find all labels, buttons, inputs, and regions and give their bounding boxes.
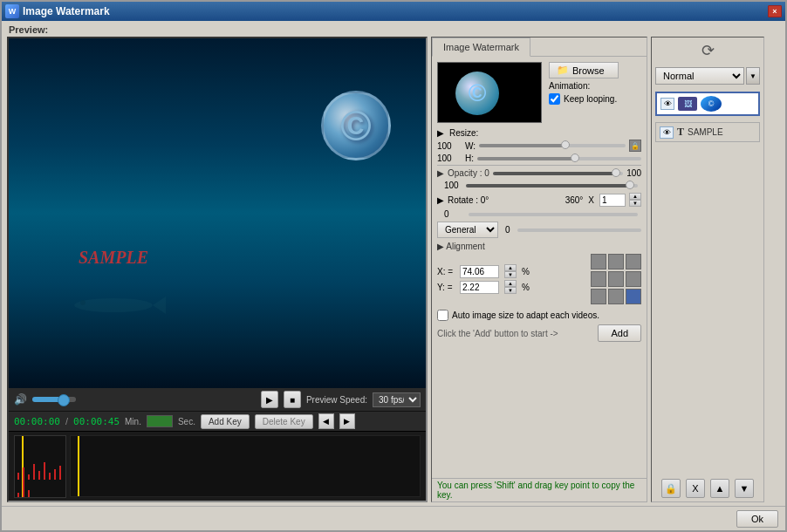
rotate-arrow: ▶ [437,195,444,205]
general-select[interactable]: General [437,222,498,238]
fps-select[interactable]: 30 fps/s 60 fps/s 15 fps/s [373,392,421,407]
wm-controls-right: 📁 Browse Animation: Keep looping. [549,62,641,105]
align-tc[interactable] [608,254,624,269]
total-time: 00:00:45 [73,416,120,427]
opacity-slider[interactable] [493,172,624,175]
add-button[interactable]: Add [598,324,641,342]
rotate-x-label: X [588,195,594,205]
rotate-multiplier-input[interactable] [599,194,626,207]
image-icon: 🖼 [678,97,697,111]
x-down[interactable]: ▼ [504,271,517,278]
rotate-up[interactable]: ▲ [629,193,641,200]
height-slider[interactable] [477,157,641,160]
y-label: Y: = [437,283,455,292]
play-button[interactable]: ▶ [261,391,278,408]
resize-label: Resize: [449,128,478,138]
stop-button[interactable]: ■ [284,391,301,408]
auto-size-checkbox[interactable] [437,310,448,321]
layer-text-label: SAMPLE [688,127,723,137]
timeline-strip [9,431,426,501]
volume-slider[interactable] [32,397,76,402]
align-mc[interactable] [608,271,624,287]
move-down-button[interactable]: ▼ [735,479,754,498]
general-row: General 0 [437,222,641,238]
move-up-button[interactable]: ▲ [710,479,729,498]
window-title: Image Watermark [23,5,768,17]
layer-image[interactable]: 👁 🖼 © [655,92,760,116]
folder-icon: 📁 [557,65,569,76]
animation-row: Animation: [549,81,641,91]
resize-arrow: ▶ [437,128,444,138]
keep-looping-checkbox[interactable] [549,93,560,105]
current-time: 00:00:00 [14,416,60,427]
y-up[interactable]: ▲ [504,280,517,287]
alignment-section: ▶ Alignment X: = ▲ ▼ [437,242,641,304]
add-row: Click the 'Add' button to start -> Add [437,324,641,342]
rotate-max: 360° [565,195,584,205]
general-slider[interactable] [517,228,641,232]
prev-key-button[interactable]: ◀ [318,413,334,429]
align-mr[interactable] [626,271,641,287]
resize-section: ▶ Resize: 100 W: 🔒 100 [437,128,641,163]
sec-label: Sec. [178,417,195,426]
auto-size-label: Auto image size to adapt each videos. [452,310,599,320]
lock-icon[interactable]: 🔒 [629,140,641,152]
align-ml[interactable] [591,271,606,287]
right-panel: ⟳ Normal Multiply Screen ▼ 👁 🖼 [651,37,764,502]
layer-text[interactable]: 👁 T SAMPLE [655,122,760,142]
resize-label-row: ▶ Resize: [437,128,641,138]
rotate-value: 0 [444,209,462,219]
app-icon: W [5,4,19,18]
lock-button[interactable]: 🔒 [661,479,681,498]
x-label: X: = [437,267,455,276]
ok-button[interactable]: Ok [736,510,778,528]
svg-point-2 [80,300,86,305]
rotate-spinners: ▲ ▼ [629,193,641,207]
track-waveform [17,462,64,488]
resize-height-row: 100 H: [437,153,641,163]
delete-layer-button[interactable]: X [686,479,705,498]
preview-panel: © SAMPLE 🔊 ▶ ■ Preview Speed: 30 fps/s 6… [7,37,428,502]
opacity-max: 100 [626,168,641,178]
width-slider[interactable] [479,144,626,147]
min-input[interactable] [147,415,173,427]
eye-toggle-image[interactable]: 👁 [660,98,674,110]
keep-looping-label: Keep looping. [564,94,617,104]
align-tl[interactable] [591,254,606,269]
x-position-row: X: = ▲ ▼ % [437,264,582,278]
x-pct: % [522,267,530,276]
right-top: ⟳ [655,41,760,64]
main-row: © SAMPLE 🔊 ▶ ■ Preview Speed: 30 fps/s 6… [2,37,785,506]
y-input[interactable] [460,281,499,294]
eye-toggle-text[interactable]: 👁 [660,126,674,139]
opacity-value: 100 [444,181,459,190]
mode-select[interactable]: Normal Multiply Screen [655,67,744,85]
status-bar: You can press 'Shift' and drag key point… [432,478,647,501]
right-bottom: 🔒 X ▲ ▼ [655,475,760,498]
rotate-down[interactable]: ▼ [629,200,641,207]
browse-button[interactable]: 📁 Browse [549,62,619,78]
align-bc[interactable] [608,289,624,304]
timeline-track[interactable] [14,435,66,498]
align-br[interactable] [626,289,641,304]
x-input[interactable] [460,265,499,278]
watermark-preview-box: © [437,62,542,123]
tab-image-watermark[interactable]: Image Watermark [432,38,530,57]
opacity-value-row: 100 [437,181,641,190]
next-key-button[interactable]: ▶ [339,413,355,429]
content-area: Preview: © SAMPLE 🔊 [2,21,785,506]
middle-panel: Image Watermark © 📁 Browse [431,37,647,502]
align-tr[interactable] [626,254,641,269]
close-button[interactable]: × [768,5,782,17]
y-down[interactable]: ▼ [504,287,517,294]
rotate-label: Rotate : 0° [448,195,562,205]
sample-text: SAMPLE [79,248,148,268]
click-hint: Click the 'Add' button to start -> [437,329,592,338]
keep-looping-row: Keep looping. [549,93,641,105]
x-up[interactable]: ▲ [504,264,517,271]
fish-svg [61,292,166,318]
delete-key-button[interactable]: Delete Key [255,414,313,429]
align-bl[interactable] [591,289,606,304]
add-key-button[interactable]: Add Key [201,414,250,429]
w-label: W: [465,141,476,151]
